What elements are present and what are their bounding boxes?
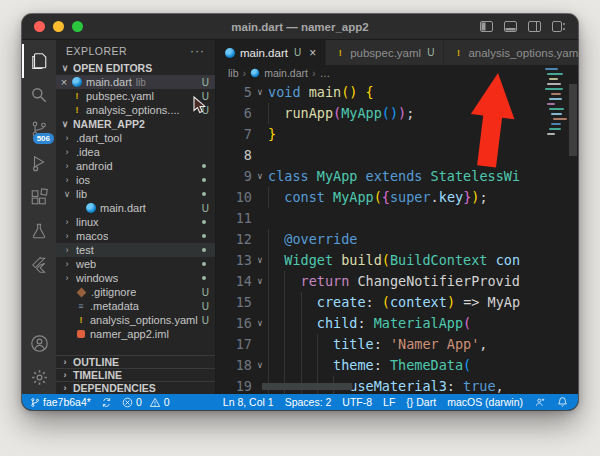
open-editor-row[interactable]: !pubspec.yamlU (56, 89, 215, 103)
tree-item-label: android (76, 160, 113, 172)
open-editor-row[interactable]: ×main.dartlibU (56, 75, 215, 89)
tree-item-.idea[interactable]: ›.idea (56, 145, 215, 159)
modified-dot-icon (202, 178, 206, 182)
fold-chevron-icon[interactable]: ∨ (252, 355, 268, 376)
modified-badge: U (294, 47, 301, 58)
activity-accounts[interactable] (22, 326, 56, 360)
fold-chevron-icon[interactable]: ∨ (252, 82, 268, 103)
tree-item-main.dart[interactable]: main.dartU (56, 201, 215, 215)
untracked-badge: U (202, 315, 209, 326)
open-editors-header[interactable]: ∨ OPEN EDITORS (56, 61, 215, 75)
sidebar-section-outline[interactable]: ›OUTLINE (56, 355, 215, 368)
warning-icon: ! (453, 48, 463, 58)
bell-icon[interactable] (557, 396, 568, 408)
language-mode[interactable]: {} Dart (406, 396, 436, 408)
tree-item-.gitignore[interactable]: .gitignoreU (56, 285, 215, 299)
tree-item-label: web (76, 258, 96, 270)
untracked-badge: U (202, 203, 209, 214)
horizontal-scrollbar[interactable] (262, 383, 352, 390)
tab-bar: main.dart U × ! pubspec.yaml U ! analysi… (216, 40, 578, 65)
zoom-window-button[interactable] (72, 21, 83, 32)
layout-sidebar-left-icon[interactable] (480, 21, 493, 32)
tree-item-macos[interactable]: ›macos (56, 229, 215, 243)
feedback-icon[interactable] (534, 396, 546, 408)
branch-status[interactable]: fae7b6a4* (30, 396, 91, 408)
tree-item-.dart_tool[interactable]: ›.dart_tool (56, 131, 215, 145)
close-window-button[interactable] (34, 21, 45, 32)
chevron-right-icon: › (312, 67, 316, 79)
customize-layout-icon[interactable] (552, 21, 565, 32)
fold-chevron-icon[interactable]: ∨ (252, 271, 268, 292)
tree-item-namer_app2.iml[interactable]: namer_app2.iml (56, 327, 215, 341)
line-number: 7 (216, 124, 252, 145)
fold-chevron-icon[interactable]: ∨ (252, 250, 268, 271)
tree-item-label: analysis_options.yaml (90, 314, 198, 326)
sidebar-section-dependencies[interactable]: ›DEPENDENCIES (56, 381, 215, 394)
code-text: void main() { (268, 82, 374, 103)
tree-item-web[interactable]: ›web (56, 257, 215, 271)
line-number: 9 (216, 166, 252, 187)
untracked-badge: U (202, 91, 209, 102)
code-text: } (268, 124, 276, 145)
tree-item-.metadata[interactable]: ≡.metadataU (56, 299, 215, 313)
eol[interactable]: LF (383, 396, 395, 408)
remote-os[interactable]: macOS (darwin) (447, 396, 523, 408)
tree-item-android[interactable]: ›android (56, 159, 215, 173)
sync-status[interactable] (101, 397, 112, 408)
fold-spacer (252, 334, 268, 355)
minimap[interactable] (545, 68, 567, 138)
fold-chevron-icon[interactable]: ∨ (252, 313, 268, 334)
tree-item-lib[interactable]: ∨lib (56, 187, 215, 201)
breadcrumb-item[interactable]: … (320, 67, 331, 79)
modified-dot-icon (202, 234, 206, 238)
tree-item-windows[interactable]: ›windows (56, 271, 215, 285)
code-line: 17 title: 'Namer App', (216, 334, 578, 355)
layout-panel-icon[interactable] (504, 21, 517, 32)
problems-status[interactable]: 0 0 (122, 396, 170, 408)
tree-item-label: .metadata (90, 300, 139, 312)
breadcrumb-item[interactable]: lib (228, 67, 239, 79)
activity-testing[interactable] (22, 214, 56, 248)
project-root-header[interactable]: ∨ NAMER_APP2 (56, 117, 215, 131)
line-number: 16 (216, 313, 252, 334)
tab-pubspec-yaml[interactable]: ! pubspec.yaml U (326, 40, 444, 65)
tree-item-ios[interactable]: ›ios (56, 173, 215, 187)
close-icon[interactable]: × (56, 76, 68, 88)
fold-spacer (252, 145, 268, 166)
breadcrumb-item[interactable]: main.dart (264, 67, 308, 79)
activity-explorer[interactable] (22, 44, 56, 78)
indentation[interactable]: Spaces: 2 (285, 396, 332, 408)
vertical-scrollbar[interactable] (569, 84, 577, 156)
layout-sidebar-right-icon[interactable] (528, 21, 541, 32)
tree-item-linux[interactable]: ›linux (56, 215, 215, 229)
cursor-position[interactable]: Ln 8, Col 1 (223, 396, 274, 408)
sidebar-section-timeline[interactable]: ›TIMELINE (56, 368, 215, 381)
close-icon[interactable]: × (309, 46, 316, 60)
code-lines[interactable]: 5∨void main() {6 runApp(MyApp());7}89∨cl… (216, 81, 578, 394)
tree-item-test[interactable]: ›test (56, 243, 215, 257)
untracked-badge: U (202, 287, 209, 298)
encoding[interactable]: UTF-8 (342, 396, 372, 408)
chevron-right-icon: › (60, 383, 70, 393)
activity-flutter[interactable] (22, 248, 56, 282)
activity-run-and-debug[interactable] (22, 146, 56, 180)
activity-settings[interactable] (22, 360, 56, 394)
fold-spacer (252, 187, 268, 208)
modified-dot-icon (202, 262, 206, 266)
title-bar[interactable]: main.dart — namer_app2 (22, 14, 578, 40)
gear-icon (30, 368, 49, 387)
code-text: runApp(MyApp()); (268, 103, 414, 124)
fold-chevron-icon[interactable]: ∨ (252, 166, 268, 187)
activity-source-control[interactable]: 506 (22, 112, 56, 146)
tree-item-analysis_options.yaml[interactable]: !analysis_options.yamlU (56, 313, 215, 327)
activity-extensions[interactable] (22, 180, 56, 214)
tab-main-dart[interactable]: main.dart U × (216, 40, 326, 65)
minimize-window-button[interactable] (53, 21, 64, 32)
line-number: 11 (216, 208, 252, 229)
more-actions-icon[interactable]: ··· (190, 44, 205, 58)
open-editor-row[interactable]: !analysis_options....U (56, 103, 215, 117)
activity-search[interactable] (22, 78, 56, 112)
metadata-icon: ≡ (76, 301, 86, 311)
fold-spacer (252, 124, 268, 145)
tab-analysis-options-yaml[interactable]: ! analysis_options.yaml (444, 40, 578, 65)
